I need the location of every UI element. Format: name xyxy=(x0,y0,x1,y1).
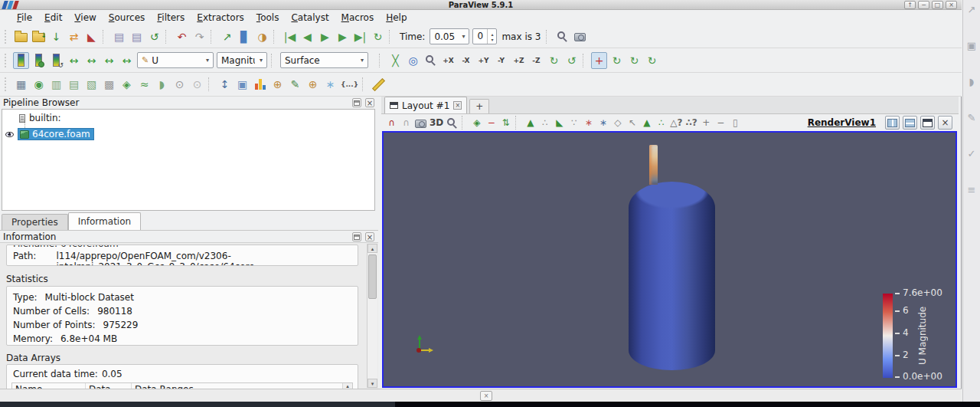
grow-selection-icon[interactable]: ⇅ xyxy=(499,116,512,130)
reset-camera-icon[interactable]: ╳ xyxy=(387,52,403,69)
view-minus-y-icon[interactable]: -Y xyxy=(493,52,509,69)
menu-catalyst[interactable]: Catalyst xyxy=(285,11,335,25)
group-datasets-icon[interactable]: ⊙ xyxy=(172,76,188,93)
add-layout-tab-button[interactable]: + xyxy=(469,99,489,113)
tab-properties[interactable]: Properties xyxy=(2,214,68,230)
hover-cells-icon[interactable]: ↖ xyxy=(626,116,639,130)
capture-screenshot-icon[interactable] xyxy=(414,116,427,130)
menu-macros[interactable]: Macros xyxy=(335,11,381,25)
extract-selection-icon[interactable]: ▣ xyxy=(234,76,250,93)
apply-changes-icon[interactable]: ↗ xyxy=(219,28,235,45)
programmable-filter-icon[interactable]: {...} xyxy=(340,76,359,93)
save-state-icon[interactable]: ⇄ xyxy=(66,28,82,45)
select-points-polygon-icon[interactable]: ∵ xyxy=(567,116,580,130)
next-frame-button[interactable]: ▶ xyxy=(335,28,351,45)
information-scrollbar[interactable]: ▴ ▾ xyxy=(367,244,377,388)
histogram-icon[interactable] xyxy=(252,76,268,93)
scroll-up-icon[interactable]: ▴ xyxy=(343,383,352,389)
center-axes-visibility-icon[interactable]: + xyxy=(591,52,607,69)
select-cells-polygon-icon[interactable]: ◣ xyxy=(553,116,566,130)
maximize-window-button[interactable]: □ xyxy=(932,1,943,9)
representation-map-icon[interactable]: ▊ xyxy=(237,28,253,45)
menu-view[interactable]: View xyxy=(68,11,102,25)
maximize-view-button[interactable] xyxy=(920,116,935,130)
pipeline-item-builtin[interactable]: builtin: xyxy=(19,113,61,123)
interactive-select-points-icon[interactable]: ∗ xyxy=(596,116,609,130)
previous-frame-button[interactable]: ◀ xyxy=(299,28,315,45)
abort-button[interactable]: × xyxy=(480,391,492,401)
close-layout-tab-icon[interactable]: × xyxy=(453,101,462,110)
plot-selection-over-time-icon[interactable]: ⊕ xyxy=(270,76,286,93)
select-cells-query-icon[interactable]: ▲ xyxy=(640,116,653,130)
spin-down-icon[interactable]: ▾ xyxy=(488,37,496,42)
calculator-icon[interactable]: ▦ xyxy=(13,76,29,93)
query-cells-icon[interactable]: △? xyxy=(669,116,683,130)
plot-data-over-time-icon[interactable]: ⊕ xyxy=(305,76,321,93)
color-legend-bar[interactable] xyxy=(883,294,893,378)
redo-icon[interactable]: ↷ xyxy=(191,28,207,45)
save-data-icon[interactable] xyxy=(31,28,47,45)
server-connect-icon[interactable]: ▤ xyxy=(111,28,127,45)
open-icon[interactable] xyxy=(13,28,29,45)
col-name[interactable]: Name xyxy=(12,383,86,389)
comment-tool-icon[interactable]: ◗ xyxy=(965,75,978,87)
rotate-90-cw-icon[interactable]: ↻ xyxy=(546,52,562,69)
representation-select[interactable]: Surface ▾ xyxy=(280,52,368,68)
tab-information[interactable]: Information xyxy=(68,212,141,230)
visibility-eye-icon[interactable] xyxy=(5,132,14,137)
table-scrollbar[interactable]: ▴ ▾ xyxy=(342,383,352,389)
select-cells-on-icon[interactable]: ◈ xyxy=(470,116,483,130)
select-block-icon[interactable]: ◇ xyxy=(611,116,624,130)
rotate-90-ccw-icon[interactable]: ↺ xyxy=(564,52,580,69)
loop-button[interactable]: ↻ xyxy=(370,28,386,45)
zoom-to-data-icon[interactable]: ◎ xyxy=(405,52,421,69)
stamp-tool-icon[interactable]: ✓ xyxy=(965,147,978,159)
menu-filters[interactable]: Filters xyxy=(151,11,191,25)
view-minus-x-icon[interactable]: -X xyxy=(458,52,474,69)
last-frame-button[interactable]: ▶| xyxy=(352,28,368,45)
pen-tool-icon[interactable]: ✎ xyxy=(965,111,978,123)
rotation-center-visibility-icon[interactable]: ↻ xyxy=(644,52,660,69)
array-select[interactable]: ✎ U ▾ xyxy=(137,52,214,68)
rescale-temporal-range-icon[interactable]: ↔ xyxy=(101,52,117,69)
rescale-to-data-range-icon[interactable]: ↔ xyxy=(66,52,82,69)
split-vertical-button[interactable] xyxy=(903,116,917,130)
toolbar-handle[interactable] xyxy=(5,30,9,44)
reset-rotation-center-icon[interactable]: ↻ xyxy=(626,52,642,69)
close-view-button[interactable]: × xyxy=(938,116,952,130)
scroll-down-icon[interactable]: ▾ xyxy=(368,379,377,388)
close-window-button[interactable]: × xyxy=(946,1,957,9)
reset-color-range-icon[interactable] xyxy=(48,52,64,69)
view-plus-z-icon[interactable]: +Z xyxy=(511,52,527,69)
minimize-window-button[interactable]: − xyxy=(918,1,929,9)
image-tool-icon[interactable]: ▣ xyxy=(965,39,978,51)
camera-add-icon[interactable] xyxy=(572,28,588,45)
menu-edit[interactable]: Edit xyxy=(38,11,68,25)
pipeline-item-64core-foam[interactable]: 64core.foam xyxy=(5,128,94,140)
zoom-box-icon[interactable] xyxy=(446,116,459,130)
zoom-camera-icon[interactable] xyxy=(554,28,570,45)
pointer-tool-icon[interactable]: ↗ xyxy=(965,3,978,15)
menu-tools[interactable]: Tools xyxy=(250,11,286,25)
remove-selection-icon[interactable]: − xyxy=(485,116,498,130)
auto-apply-icon[interactable]: ↺ xyxy=(146,28,162,45)
menu-file[interactable]: File xyxy=(11,11,38,25)
server-disconnect-icon[interactable]: ▤ xyxy=(129,28,145,45)
ruler-icon[interactable] xyxy=(371,76,387,93)
export-scene-icon[interactable]: ◣ xyxy=(83,28,100,45)
split-horizontal-button[interactable] xyxy=(885,116,900,130)
contour-icon[interactable]: ◉ xyxy=(31,76,47,93)
toolbar-handle[interactable] xyxy=(5,77,9,91)
layers-tool-icon[interactable]: ≡ xyxy=(965,183,978,195)
toggle-color-legend-icon[interactable] xyxy=(13,52,29,69)
add-selection-icon[interactable]: + xyxy=(700,116,713,130)
undock-panel-icon[interactable] xyxy=(352,232,361,241)
clip-icon[interactable]: ▥ xyxy=(48,76,64,93)
query-points-icon[interactable]: ∴? xyxy=(685,116,698,130)
view-plus-y-icon[interactable]: +Y xyxy=(475,52,492,69)
select-points-query-icon[interactable]: ∴ xyxy=(655,116,668,130)
undock-panel-icon[interactable] xyxy=(352,98,361,107)
toolbar-handle[interactable] xyxy=(5,54,9,67)
close-panel-icon[interactable]: × xyxy=(365,232,374,241)
rescale-visible-range-icon[interactable]: ↔ xyxy=(119,52,135,69)
